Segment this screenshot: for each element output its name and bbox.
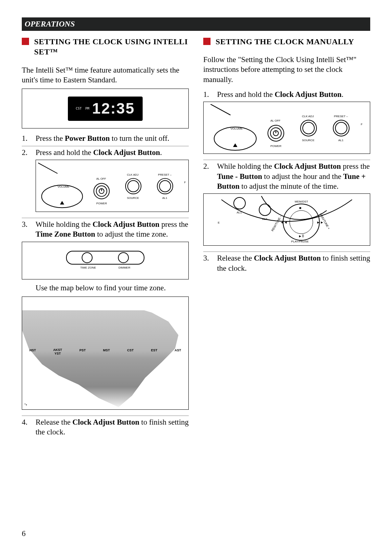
tz-hst: HST: [29, 348, 36, 356]
figure-clock-display: CST PM 12:35: [22, 89, 189, 128]
svg-line-18: [211, 104, 230, 115]
svg-text:F: F: [184, 181, 186, 184]
svg-point-29: [303, 122, 314, 134]
step-r2: While holding the Clock Adjust Button pr…: [217, 162, 370, 249]
tz-ast: AST: [175, 348, 181, 356]
tz-cst: CST: [127, 348, 134, 356]
svg-text:VOLUME: VOLUME: [230, 127, 243, 130]
figure-timezone-dimmer: TIME ZONE DIMMER: [22, 242, 189, 279]
svg-point-37: [234, 197, 245, 209]
svg-point-38: [259, 204, 271, 216]
svg-point-33: [335, 122, 347, 134]
dimmer-knob: [118, 252, 129, 263]
tz-akst-yst: AKST YST: [53, 348, 62, 356]
clock-time: 12:35: [92, 99, 135, 119]
map-note: Use the map below to find your time zone…: [36, 283, 189, 293]
label-dimmer: DIMMER: [119, 266, 130, 270]
clock-tz: CST: [76, 107, 82, 111]
svg-text:AL1: AL1: [237, 211, 242, 214]
svg-marker-2: [60, 201, 64, 205]
figure-tune-controls: AL1 AL2 MEM/DST ■ ◄◄ ►► ►II REW/TUNE –: [203, 193, 370, 246]
intro-left: The Intelli Set™ time feature automatica…: [22, 65, 189, 85]
svg-text:MEM/DST: MEM/DST: [295, 200, 308, 203]
svg-text:PRESET –: PRESET –: [334, 115, 348, 118]
label-volume: VOLUME: [57, 185, 69, 188]
svg-text:F: F: [361, 123, 363, 126]
timezone-knob: [82, 252, 93, 263]
steps-left: Press the Power Button to turn the unit …: [22, 132, 189, 439]
svg-point-10: [128, 180, 139, 192]
heading-right: SETTING THE CLOCK MANUALLY: [216, 37, 354, 47]
step-3: While holding the Clock Adjust Button pr…: [36, 220, 189, 413]
bullet-icon: [203, 38, 211, 45]
clock-ampm: PM: [85, 107, 89, 111]
svg-text:AL1: AL1: [338, 139, 344, 142]
svg-text:PLAY/PAUSE: PLAY/PAUSE: [291, 240, 309, 243]
svg-text:AL OFF: AL OFF: [270, 119, 281, 122]
svg-text:AL2: AL2: [262, 217, 268, 221]
svg-point-14: [159, 180, 171, 192]
svg-text:PRESET –: PRESET –: [158, 173, 172, 176]
svg-text:AL1: AL1: [162, 196, 167, 200]
step-1: Press the Power Button to turn the unit …: [36, 134, 189, 143]
svg-marker-20: [233, 143, 237, 147]
steps-right: Press and hold the Clock Adjust Button. …: [203, 88, 370, 275]
svg-text:◄◄: ◄◄: [280, 220, 287, 224]
svg-line-0: [38, 163, 57, 173]
svg-text:■: ■: [299, 206, 301, 210]
svg-text:POWER: POWER: [270, 144, 281, 148]
heading-left: SETTING THE CLOCK USING INTELLI SET™: [34, 37, 189, 57]
right-column: SETTING THE CLOCK MANUALLY Follow the "S…: [203, 37, 370, 440]
left-column: SETTING THE CLOCK USING INTELLI SET™ The…: [22, 37, 189, 440]
figure-control-panel-right: VOLUME AL OFF POWER CLK ADJ SOURCE: [203, 102, 370, 154]
svg-text:POWER: POWER: [96, 202, 107, 205]
svg-text:SOURCE: SOURCE: [127, 196, 139, 200]
section-header: OPERATIONS: [22, 17, 370, 31]
step-r3: Release the Clock Adjust Button to finis…: [217, 253, 370, 273]
intro-right: Follow the "Setting the Clock Using Inte…: [203, 55, 370, 85]
tz-est: EST: [151, 348, 158, 356]
svg-point-42: [290, 210, 313, 234]
tz-pst: PST: [79, 348, 86, 356]
step-4: Release the Clock Adjust Button to finis…: [36, 417, 189, 437]
step-r1: Press and hold the Clock Adjust Button. …: [217, 90, 370, 158]
svg-text:E: E: [218, 221, 220, 224]
label-time-zone: TIME ZONE: [80, 266, 96, 270]
svg-text:►II: ►II: [298, 234, 304, 238]
svg-text:CLK ADJ: CLK ADJ: [127, 173, 139, 176]
bullet-icon: [22, 38, 29, 45]
svg-text:AL OFF: AL OFF: [96, 177, 106, 180]
figure-control-panel-left: VOLUME AL OFF POWER CLK ADJ: [36, 160, 189, 212]
figure-timezone-map: HST AKST YST PST MST CST EST AST °•: [22, 297, 189, 410]
tz-mst: MST: [103, 348, 110, 356]
step-2: Press and hold the Clock Adjust Button. …: [36, 148, 189, 216]
svg-text:CLK ADJ: CLK ADJ: [302, 115, 314, 118]
svg-text:SOURCE: SOURCE: [302, 139, 314, 142]
